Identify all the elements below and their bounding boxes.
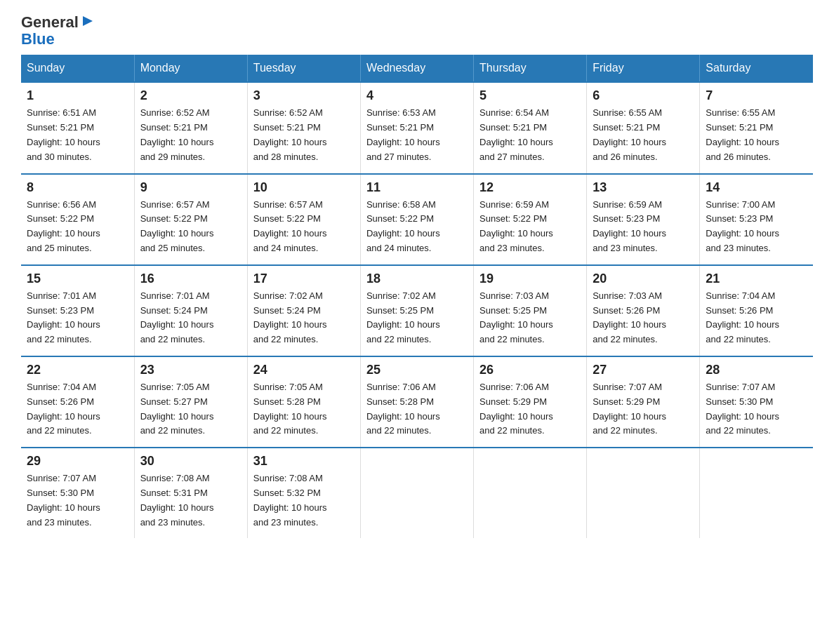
- calendar-cell: 13 Sunrise: 6:59 AM Sunset: 5:23 PM Dayl…: [587, 174, 700, 265]
- day-number: 5: [479, 88, 581, 103]
- day-detail: Sunrise: 6:54 AM Sunset: 5:21 PM Dayligh…: [479, 106, 581, 164]
- calendar-cell: 21 Sunrise: 7:04 AM Sunset: 5:26 PM Dayl…: [700, 265, 813, 356]
- day-number: 8: [27, 180, 128, 195]
- day-detail: Sunrise: 6:58 AM Sunset: 5:22 PM Dayligh…: [366, 198, 468, 256]
- calendar-cell: 4 Sunrise: 6:53 AM Sunset: 5:21 PM Dayli…: [360, 82, 473, 173]
- day-detail: Sunrise: 6:52 AM Sunset: 5:21 PM Dayligh…: [140, 106, 241, 164]
- header-wednesday: Wednesday: [360, 55, 473, 82]
- calendar-cell: 26 Sunrise: 7:06 AM Sunset: 5:29 PM Dayl…: [474, 356, 587, 448]
- day-number: 4: [366, 88, 468, 103]
- calendar-cell: 15 Sunrise: 7:01 AM Sunset: 5:23 PM Dayl…: [21, 265, 134, 356]
- day-number: 11: [366, 180, 468, 195]
- header-thursday: Thursday: [474, 55, 587, 82]
- calendar-cell: 12 Sunrise: 6:59 AM Sunset: 5:22 PM Dayl…: [474, 174, 587, 265]
- day-detail: Sunrise: 7:00 AM Sunset: 5:23 PM Dayligh…: [706, 198, 807, 256]
- day-detail: Sunrise: 7:08 AM Sunset: 5:32 PM Dayligh…: [253, 471, 355, 530]
- calendar-table: SundayMondayTuesdayWednesdayThursdayFrid…: [21, 55, 813, 538]
- day-detail: Sunrise: 7:03 AM Sunset: 5:25 PM Dayligh…: [479, 289, 581, 347]
- calendar-cell: 16 Sunrise: 7:01 AM Sunset: 5:24 PM Dayl…: [134, 265, 247, 356]
- calendar-cell: 29 Sunrise: 7:07 AM Sunset: 5:30 PM Dayl…: [21, 448, 134, 538]
- header-saturday: Saturday: [700, 55, 813, 82]
- calendar-cell: 9 Sunrise: 6:57 AM Sunset: 5:22 PM Dayli…: [134, 174, 247, 265]
- day-number: 15: [27, 271, 128, 286]
- day-number: 23: [140, 363, 241, 377]
- day-detail: Sunrise: 7:07 AM Sunset: 5:30 PM Dayligh…: [27, 471, 128, 530]
- calendar-week-row: 8 Sunrise: 6:56 AM Sunset: 5:22 PM Dayli…: [21, 174, 813, 265]
- day-number: 16: [140, 271, 241, 286]
- day-number: 31: [253, 454, 355, 469]
- day-number: 26: [479, 363, 581, 377]
- day-number: 1: [27, 88, 128, 103]
- calendar-cell: 30 Sunrise: 7:08 AM Sunset: 5:31 PM Dayl…: [134, 448, 247, 538]
- day-number: 13: [593, 180, 694, 195]
- calendar-cell: 27 Sunrise: 7:07 AM Sunset: 5:29 PM Dayl…: [587, 356, 700, 448]
- calendar-cell: 14 Sunrise: 7:00 AM Sunset: 5:23 PM Dayl…: [700, 174, 813, 265]
- day-number: 2: [140, 88, 241, 103]
- calendar-cell: [360, 448, 473, 538]
- calendar-cell: 10 Sunrise: 6:57 AM Sunset: 5:22 PM Dayl…: [247, 174, 360, 265]
- day-number: 21: [706, 271, 807, 286]
- day-detail: Sunrise: 6:53 AM Sunset: 5:21 PM Dayligh…: [366, 106, 468, 164]
- day-detail: Sunrise: 7:04 AM Sunset: 5:26 PM Dayligh…: [706, 289, 807, 347]
- calendar-week-row: 1 Sunrise: 6:51 AM Sunset: 5:21 PM Dayli…: [21, 82, 813, 173]
- day-detail: Sunrise: 7:07 AM Sunset: 5:30 PM Dayligh…: [706, 380, 807, 438]
- calendar-cell: 18 Sunrise: 7:02 AM Sunset: 5:25 PM Dayl…: [360, 265, 473, 356]
- day-detail: Sunrise: 7:05 AM Sunset: 5:27 PM Dayligh…: [140, 380, 241, 438]
- logo: General Blue: [21, 14, 95, 48]
- calendar-cell: 20 Sunrise: 7:03 AM Sunset: 5:26 PM Dayl…: [587, 265, 700, 356]
- day-detail: Sunrise: 7:06 AM Sunset: 5:29 PM Dayligh…: [479, 380, 581, 438]
- calendar-cell: 24 Sunrise: 7:05 AM Sunset: 5:28 PM Dayl…: [247, 356, 360, 448]
- day-detail: Sunrise: 7:08 AM Sunset: 5:31 PM Dayligh…: [140, 471, 241, 530]
- calendar-cell: 7 Sunrise: 6:55 AM Sunset: 5:21 PM Dayli…: [700, 82, 813, 173]
- day-number: 12: [479, 180, 581, 195]
- day-detail: Sunrise: 7:03 AM Sunset: 5:26 PM Dayligh…: [593, 289, 694, 347]
- day-detail: Sunrise: 6:51 AM Sunset: 5:21 PM Dayligh…: [27, 106, 128, 164]
- day-detail: Sunrise: 6:56 AM Sunset: 5:22 PM Dayligh…: [27, 198, 128, 256]
- calendar-cell: 6 Sunrise: 6:55 AM Sunset: 5:21 PM Dayli…: [587, 82, 700, 173]
- day-number: 30: [140, 454, 241, 469]
- day-number: 17: [253, 271, 355, 286]
- logo-triangle-icon: [80, 13, 95, 29]
- day-number: 27: [593, 363, 694, 377]
- calendar-cell: [474, 448, 587, 538]
- calendar-cell: 2 Sunrise: 6:52 AM Sunset: 5:21 PM Dayli…: [134, 82, 247, 173]
- calendar-header-row: SundayMondayTuesdayWednesdayThursdayFrid…: [21, 55, 813, 82]
- day-detail: Sunrise: 6:55 AM Sunset: 5:21 PM Dayligh…: [706, 106, 807, 164]
- header-tuesday: Tuesday: [247, 55, 360, 82]
- day-detail: Sunrise: 6:52 AM Sunset: 5:21 PM Dayligh…: [253, 106, 355, 164]
- calendar-week-row: 29 Sunrise: 7:07 AM Sunset: 5:30 PM Dayl…: [21, 448, 813, 538]
- calendar-cell: 11 Sunrise: 6:58 AM Sunset: 5:22 PM Dayl…: [360, 174, 473, 265]
- calendar-cell: 31 Sunrise: 7:08 AM Sunset: 5:32 PM Dayl…: [247, 448, 360, 538]
- day-number: 29: [27, 454, 128, 469]
- day-detail: Sunrise: 6:57 AM Sunset: 5:22 PM Dayligh…: [253, 198, 355, 256]
- calendar-cell: 25 Sunrise: 7:06 AM Sunset: 5:28 PM Dayl…: [360, 356, 473, 448]
- day-detail: Sunrise: 6:59 AM Sunset: 5:22 PM Dayligh…: [479, 198, 581, 256]
- day-number: 25: [366, 363, 468, 377]
- calendar-week-row: 22 Sunrise: 7:04 AM Sunset: 5:26 PM Dayl…: [21, 356, 813, 448]
- day-detail: Sunrise: 6:55 AM Sunset: 5:21 PM Dayligh…: [593, 106, 694, 164]
- day-detail: Sunrise: 6:57 AM Sunset: 5:22 PM Dayligh…: [140, 198, 241, 256]
- calendar-cell: 5 Sunrise: 6:54 AM Sunset: 5:21 PM Dayli…: [474, 82, 587, 173]
- day-number: 22: [27, 363, 128, 377]
- calendar-cell: 19 Sunrise: 7:03 AM Sunset: 5:25 PM Dayl…: [474, 265, 587, 356]
- logo-text-general: General: [21, 14, 79, 31]
- calendar-cell: 22 Sunrise: 7:04 AM Sunset: 5:26 PM Dayl…: [21, 356, 134, 448]
- day-detail: Sunrise: 7:02 AM Sunset: 5:24 PM Dayligh…: [253, 289, 355, 347]
- svg-marker-0: [83, 16, 93, 26]
- calendar-cell: 1 Sunrise: 6:51 AM Sunset: 5:21 PM Dayli…: [21, 82, 134, 173]
- calendar-cell: 17 Sunrise: 7:02 AM Sunset: 5:24 PM Dayl…: [247, 265, 360, 356]
- day-number: 6: [593, 88, 694, 103]
- day-number: 28: [706, 363, 807, 377]
- day-detail: Sunrise: 6:59 AM Sunset: 5:23 PM Dayligh…: [593, 198, 694, 256]
- day-number: 20: [593, 271, 694, 286]
- header-friday: Friday: [587, 55, 700, 82]
- day-number: 14: [706, 180, 807, 195]
- day-detail: Sunrise: 7:01 AM Sunset: 5:24 PM Dayligh…: [140, 289, 241, 347]
- day-detail: Sunrise: 7:04 AM Sunset: 5:26 PM Dayligh…: [27, 380, 128, 438]
- day-number: 24: [253, 363, 355, 377]
- day-number: 19: [479, 271, 581, 286]
- calendar-week-row: 15 Sunrise: 7:01 AM Sunset: 5:23 PM Dayl…: [21, 265, 813, 356]
- calendar-cell: 8 Sunrise: 6:56 AM Sunset: 5:22 PM Dayli…: [21, 174, 134, 265]
- day-detail: Sunrise: 7:02 AM Sunset: 5:25 PM Dayligh…: [366, 289, 468, 347]
- header-monday: Monday: [134, 55, 247, 82]
